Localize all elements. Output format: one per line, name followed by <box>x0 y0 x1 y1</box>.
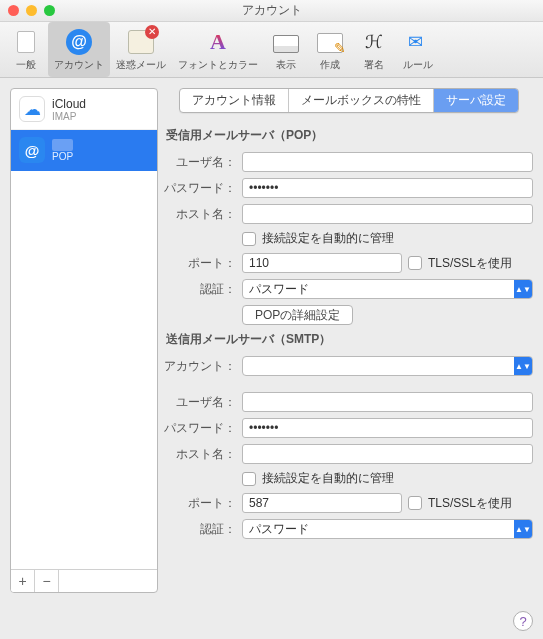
label-pop-password: パスワード： <box>164 180 236 197</box>
window-title: アカウント <box>0 2 543 19</box>
label-pop-auto: 接続設定を自動的に管理 <box>262 230 394 247</box>
label-pop-user: ユーザ名： <box>164 154 236 171</box>
label-pop-auth: 認証： <box>164 281 236 298</box>
toolbar-label: フォントとカラー <box>178 58 258 72</box>
settings-panel: アカウント情報 メールボックスの特性 サーバ設定 受信用メールサーバ（POP） … <box>164 88 533 593</box>
label-smtp-port: ポート： <box>164 495 236 512</box>
toolbar: 一般 @ アカウント 迷惑メール A フォントとカラー 表示 作成 ℋ 署名 ル… <box>0 22 543 78</box>
label-smtp-auto: 接続設定を自動的に管理 <box>262 470 394 487</box>
label-smtp-auth: 認証： <box>164 521 236 538</box>
select-value: パスワード <box>243 521 514 538</box>
junk-icon <box>127 28 155 56</box>
general-icon <box>12 28 40 56</box>
remove-account-button[interactable]: − <box>35 570 59 592</box>
titlebar: アカウント <box>0 0 543 22</box>
account-list: ☁ iCloud IMAP @ POP <box>11 89 157 569</box>
label-smtp-host: ホスト名： <box>164 446 236 463</box>
toolbar-accounts[interactable]: @ アカウント <box>48 22 110 77</box>
checkbox-pop-auto[interactable] <box>242 232 256 246</box>
toolbar-label: 署名 <box>364 58 384 72</box>
rules-icon <box>404 28 432 56</box>
toolbar-general[interactable]: 一般 <box>4 22 48 77</box>
select-smtp-auth[interactable]: パスワード ▲▼ <box>242 519 533 539</box>
window-footer: ? <box>0 603 543 639</box>
select-smtp-account[interactable]: ▲▼ <box>242 356 533 376</box>
toolbar-label: 表示 <box>276 58 296 72</box>
toolbar-label: ルール <box>403 58 433 72</box>
at-icon: @ <box>65 28 93 56</box>
chevron-updown-icon: ▲▼ <box>514 520 532 538</box>
toolbar-label: 迷惑メール <box>116 58 166 72</box>
at-icon: @ <box>19 137 45 163</box>
input-smtp-user[interactable] <box>242 392 533 412</box>
section-title-pop: 受信用メールサーバ（POP） <box>166 127 533 144</box>
section-title-smtp: 送信用メールサーバ（SMTP） <box>166 331 533 348</box>
select-pop-auth[interactable]: パスワード ▲▼ <box>242 279 533 299</box>
toolbar-display[interactable]: 表示 <box>264 22 308 77</box>
cloud-icon: ☁ <box>19 96 45 122</box>
display-icon <box>272 28 300 56</box>
account-name <box>52 139 73 151</box>
input-pop-user[interactable] <box>242 152 533 172</box>
tab-account-info[interactable]: アカウント情報 <box>180 89 289 112</box>
input-pop-password[interactable] <box>242 178 533 198</box>
label-smtp-account: アカウント： <box>164 358 236 375</box>
account-protocol: POP <box>52 151 73 162</box>
input-pop-port[interactable] <box>242 253 402 273</box>
accounts-sidebar: ☁ iCloud IMAP @ POP + − <box>10 88 158 593</box>
toolbar-compose[interactable]: 作成 <box>308 22 352 77</box>
label-pop-host: ホスト名： <box>164 206 236 223</box>
fonts-icon: A <box>204 28 232 56</box>
checkbox-smtp-tls[interactable] <box>408 496 422 510</box>
select-value: パスワード <box>243 281 514 298</box>
label-smtp-user: ユーザ名： <box>164 394 236 411</box>
toolbar-signature[interactable]: ℋ 署名 <box>352 22 396 77</box>
input-pop-host[interactable] <box>242 204 533 224</box>
label-pop-port: ポート： <box>164 255 236 272</box>
label-smtp-tls: TLS/SSLを使用 <box>428 495 512 512</box>
input-smtp-port[interactable] <box>242 493 402 513</box>
tab-mailbox-behavior[interactable]: メールボックスの特性 <box>289 89 434 112</box>
btn-pop-advanced[interactable]: POPの詳細設定 <box>242 305 353 325</box>
account-name: iCloud <box>52 97 86 111</box>
help-button[interactable]: ? <box>513 611 533 631</box>
toolbar-label: 一般 <box>16 58 36 72</box>
account-protocol: IMAP <box>52 111 86 122</box>
label-pop-tls: TLS/SSLを使用 <box>428 255 512 272</box>
chevron-updown-icon: ▲▼ <box>514 357 532 375</box>
account-row-pop[interactable]: @ POP <box>11 130 157 171</box>
chevron-updown-icon: ▲▼ <box>514 280 532 298</box>
tabs: アカウント情報 メールボックスの特性 サーバ設定 <box>164 88 533 113</box>
main-content: ☁ iCloud IMAP @ POP + − アカウント情報 <box>0 78 543 603</box>
checkbox-pop-tls[interactable] <box>408 256 422 270</box>
label-smtp-password: パスワード： <box>164 420 236 437</box>
tab-server-settings[interactable]: サーバ設定 <box>434 89 518 112</box>
input-smtp-password[interactable] <box>242 418 533 438</box>
toolbar-junk[interactable]: 迷惑メール <box>110 22 172 77</box>
checkbox-smtp-auto[interactable] <box>242 472 256 486</box>
toolbar-fonts[interactable]: A フォントとカラー <box>172 22 264 77</box>
account-row-icloud[interactable]: ☁ iCloud IMAP <box>11 89 157 130</box>
sidebar-footer: + − <box>11 569 157 592</box>
toolbar-label: アカウント <box>54 58 104 72</box>
toolbar-rules[interactable]: ルール <box>396 22 440 77</box>
toolbar-label: 作成 <box>320 58 340 72</box>
signature-icon: ℋ <box>360 28 388 56</box>
compose-icon <box>316 28 344 56</box>
input-smtp-host[interactable] <box>242 444 533 464</box>
add-account-button[interactable]: + <box>11 570 35 592</box>
